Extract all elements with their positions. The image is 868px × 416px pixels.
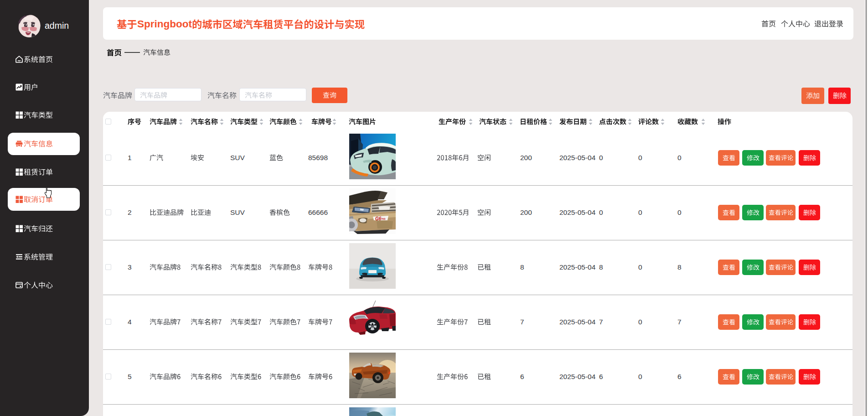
svg-text:G6: G6	[375, 216, 382, 221]
svg-text:TID: TID	[382, 218, 386, 220]
